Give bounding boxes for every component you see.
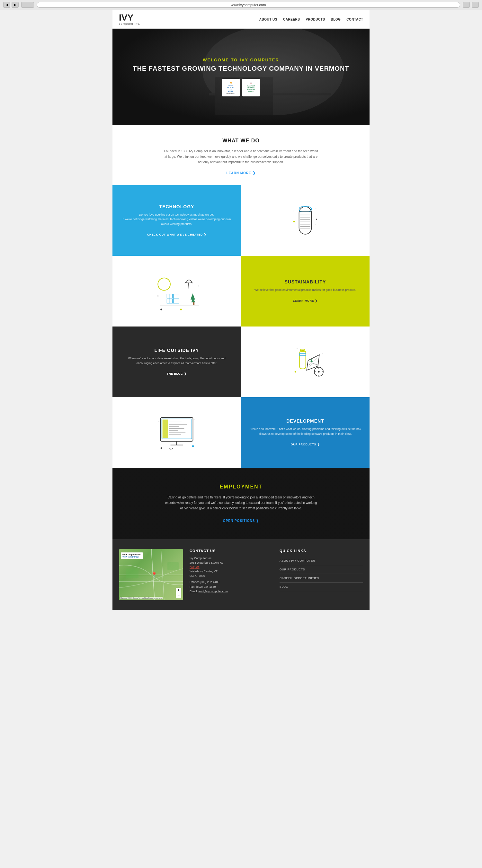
- hero-badges: ★ BESTPLACESTOWORKIN VERMONT 📈 FASTESTGR…: [133, 79, 349, 96]
- footer-link-blog[interactable]: BLOG: [280, 583, 363, 591]
- dev-svg: </> × ×: [154, 410, 199, 455]
- browser-icons: [463, 2, 479, 8]
- sustain-cta[interactable]: LEARN MORE ❯: [293, 299, 318, 302]
- what-we-do-cta[interactable]: LEARN MORE ❯: [226, 171, 255, 175]
- hero-content: WELCOME TO IVY COMPUTER THE FASTEST GROW…: [133, 58, 349, 96]
- life-text-content: LIFE OUTSIDE IVY When we're not at our d…: [113, 338, 241, 385]
- map-zoom-controls[interactable]: + −: [176, 588, 181, 598]
- footer-phone: Phone: (800) 262-4489 Fax: (802) 244-153…: [190, 580, 273, 590]
- nav-contact[interactable]: CONTACT: [346, 18, 363, 21]
- hero-welcome-text: WELCOME TO IVY COMPUTER: [133, 58, 349, 62]
- browser-chrome: ◀ ▶ www.ivycomputer.com: [0, 0, 482, 10]
- life-text-panel: LIFE OUTSIDE IVY When we're not at our d…: [113, 327, 241, 397]
- footer-email-link[interactable]: info@ivycomputer.com: [199, 590, 228, 593]
- svg-point-69: [192, 445, 194, 447]
- what-we-do-title: WHAT WE DO: [119, 138, 363, 144]
- life-illustration-panel: × ×: [241, 327, 369, 397]
- website-container: IVY computer inc. ABOUT US CAREERS PRODU…: [113, 10, 369, 610]
- svg-text:×: ×: [315, 223, 317, 226]
- logo-text: IVY: [119, 13, 140, 22]
- map-zoom-out[interactable]: −: [178, 594, 180, 598]
- browser-url-bar[interactable]: www.ivycomputer.com: [37, 2, 460, 8]
- tech-text-content: TECHNOLOGY Do you love geeking out on te…: [113, 194, 241, 247]
- employment-body: Calling all go getters and free thinkers…: [164, 495, 318, 511]
- badge-best-places: ★ BESTPLACESTOWORKIN VERMONT: [222, 79, 240, 96]
- hero-title-text: THE FASTEST GROWING TECHNOLOGY COMPANY I…: [133, 65, 349, 72]
- svg-line-42: [308, 361, 318, 366]
- map-bg: Ivy Computer Inc. View larger map 📍: [119, 549, 183, 600]
- dev-body: Create and Innovate. That's what we do. …: [249, 427, 361, 436]
- browser-icon-1[interactable]: [463, 2, 470, 8]
- svg-text:</>: </>: [169, 447, 173, 450]
- svg-point-20: [316, 219, 317, 220]
- forward-button[interactable]: ▶: [11, 2, 19, 8]
- footer-link-products[interactable]: OUR PRODUCTS: [280, 565, 363, 574]
- svg-point-37: [180, 309, 182, 310]
- svg-text:×: ×: [296, 347, 298, 350]
- open-positions-cta[interactable]: OPEN POSITIONS ❯: [223, 519, 259, 523]
- footer-link-about[interactable]: ABOUT IVY COMPUTER: [280, 557, 363, 565]
- dev-cta[interactable]: OUR PRODUCTS ❯: [291, 443, 320, 446]
- svg-text:×: ×: [293, 210, 294, 212]
- sustainability-section: × × SUSTAINABILITY We believe that good …: [113, 256, 369, 327]
- logo[interactable]: IVY computer inc.: [119, 13, 140, 25]
- life-body: When we're not at our desk we're hitting…: [121, 356, 233, 365]
- speaker-svg: × × ×: [283, 198, 328, 243]
- nav-products[interactable]: PRODUCTS: [306, 18, 325, 21]
- nav-about[interactable]: ABOUT US: [259, 18, 277, 21]
- svg-marker-32: [191, 293, 195, 300]
- sustain-arrow-icon: ❯: [315, 299, 318, 302]
- svg-rect-75: [126, 568, 138, 578]
- logo-sub: computer inc.: [119, 22, 140, 25]
- sustain-text-content: SUSTAINABILITY We believe that good envi…: [247, 270, 364, 312]
- svg-line-30: [188, 283, 189, 291]
- dev-arrow-icon: ❯: [317, 443, 320, 446]
- map-marker: 📍: [151, 572, 157, 578]
- svg-rect-4: [299, 207, 312, 212]
- employment-title: EMPLOYMENT: [119, 484, 363, 490]
- svg-point-70: [160, 447, 162, 449]
- footer-company-name: Ivy Computer Inc.: [190, 557, 273, 560]
- footer-contact-title: CONTACT US: [190, 549, 273, 553]
- life-cta[interactable]: THE BLOG ❯: [167, 372, 187, 375]
- tech-cta[interactable]: CHECK OUT WHAT WE'VE CREATED ❯: [147, 233, 206, 236]
- map-label: Ivy Computer Inc. View larger map: [121, 552, 143, 559]
- svg-text:×: ×: [158, 420, 160, 423]
- svg-rect-41: [300, 353, 306, 356]
- footer-link-careers[interactable]: CAREER OPPORTUNITIES: [280, 574, 363, 583]
- nav-careers[interactable]: CAREERS: [283, 18, 300, 21]
- svg-point-38: [160, 309, 162, 310]
- tech-device-illustration: × × ×: [241, 185, 369, 256]
- svg-text:×: ×: [157, 294, 159, 298]
- svg-text:×: ×: [198, 284, 199, 288]
- footer-address-bldg[interactable]: Bldg #1: [190, 566, 199, 569]
- footer-map[interactable]: Ivy Computer Inc. View larger map 📍 + − …: [119, 549, 183, 600]
- dev-text-content: DEVELOPMENT Create and Innovate. That's …: [241, 409, 369, 456]
- svg-text:×: ×: [322, 352, 323, 355]
- svg-rect-23: [173, 294, 179, 298]
- svg-point-53: [295, 371, 296, 372]
- tech-text-panel: TECHNOLOGY Do you love geeking out on te…: [113, 185, 241, 256]
- development-section: </> × × DEVELOPMENT Create and Innovate.…: [113, 397, 369, 468]
- sustain-text-panel: SUSTAINABILITY We believe that good envi…: [241, 256, 369, 327]
- nav-blog[interactable]: BLOG: [331, 18, 341, 21]
- footer-quick-links: QUICK LINKS ABOUT IVY COMPUTER OUR PRODU…: [280, 549, 363, 600]
- sustain-svg: × ×: [151, 269, 202, 314]
- footer-address: 2933 Waterbury Stowe Rd. Bldg #1 Waterbu…: [190, 561, 273, 578]
- footer-quick-links-title: QUICK LINKS: [280, 549, 363, 553]
- tech-body: Do you love geeking out on technology as…: [121, 212, 233, 226]
- life-arrow-icon: ❯: [184, 372, 187, 375]
- technology-section: TECHNOLOGY Do you love geeking out on te…: [113, 185, 369, 256]
- employment-arrow-icon: ❯: [256, 519, 259, 523]
- back-button[interactable]: ◀: [3, 2, 10, 8]
- svg-point-46: [318, 371, 319, 372]
- what-we-do-body: Founded in 1986 Ivy Computer is an innov…: [164, 149, 318, 165]
- browser-icon-2[interactable]: [472, 2, 479, 8]
- map-zoom-in[interactable]: +: [178, 588, 180, 592]
- map-attribution: Map data ©2021 Google Terms of Use Repor…: [120, 597, 163, 599]
- hiking-svg: × ×: [283, 339, 328, 384]
- browser-nav[interactable]: ◀ ▶: [3, 2, 19, 8]
- sustain-body: We believe that good environmental pract…: [255, 288, 356, 292]
- dev-text-panel: DEVELOPMENT Create and Innovate. That's …: [241, 397, 369, 468]
- sustain-title: SUSTAINABILITY: [255, 279, 356, 284]
